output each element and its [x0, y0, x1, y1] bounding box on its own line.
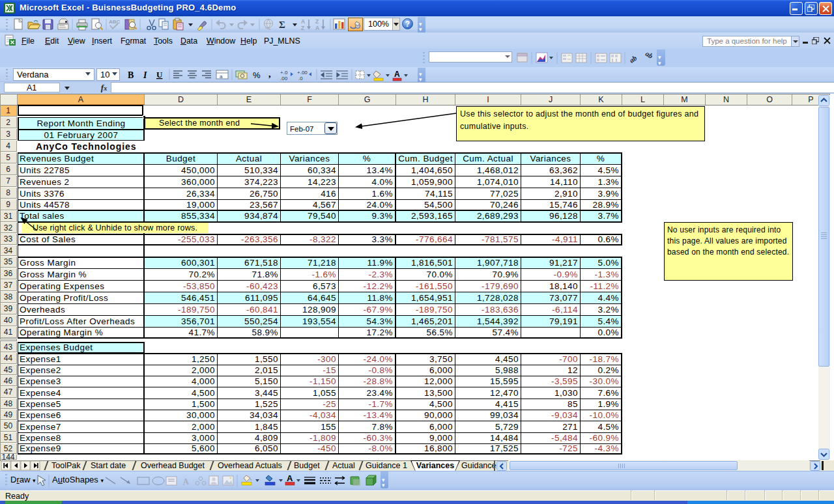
svg-text:A: A: [315, 25, 319, 31]
svg-text:U: U: [156, 70, 163, 79]
svg-text:%: %: [253, 70, 261, 80]
svg-text:Σ: Σ: [279, 20, 285, 30]
svg-text:.0: .0: [298, 76, 303, 81]
svg-text:ab: ab: [644, 49, 655, 60]
svg-text:+.0: +.0: [280, 70, 288, 76]
svg-text:+.00: +.00: [297, 70, 308, 76]
svg-text:A: A: [301, 18, 305, 25]
svg-text:ABC: ABC: [109, 19, 121, 25]
svg-text:A: A: [181, 476, 190, 487]
svg-text:A: A: [394, 70, 400, 79]
svg-text:,: ,: [268, 68, 271, 79]
svg-text:a: a: [220, 74, 223, 79]
svg-text:B: B: [128, 70, 134, 80]
svg-text:.00: .00: [280, 76, 288, 81]
svg-text:Z: Z: [301, 25, 304, 31]
svg-text:Z: Z: [315, 18, 319, 25]
svg-text:ab: ab: [627, 53, 638, 64]
svg-text:I: I: [143, 70, 147, 80]
svg-text:A: A: [287, 473, 293, 483]
